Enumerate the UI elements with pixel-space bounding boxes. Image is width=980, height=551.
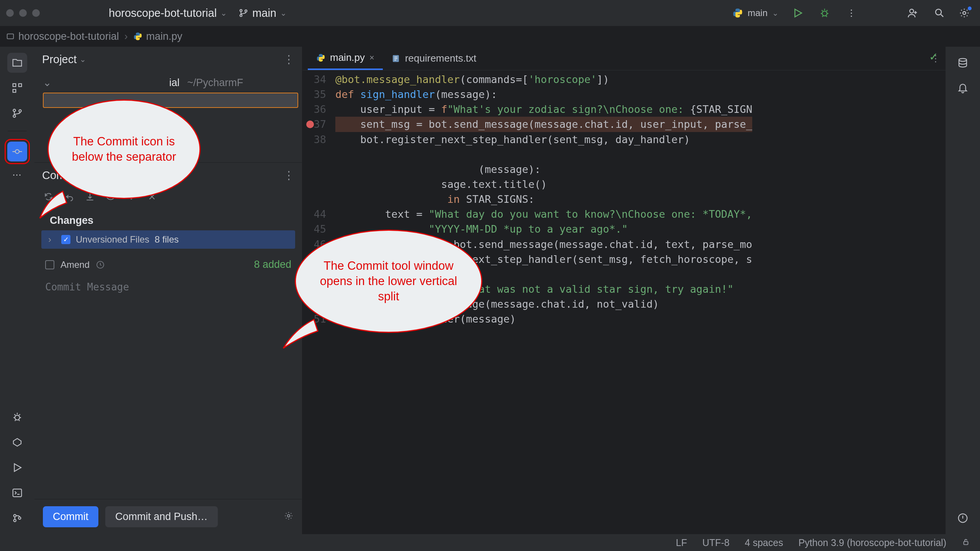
encoding-selector[interactable]: UTF-8 <box>702 537 730 548</box>
commit-button[interactable]: Commit <box>43 506 98 527</box>
line-number[interactable]: 37 <box>302 117 335 132</box>
vcs-tool-button[interactable] <box>7 103 27 123</box>
history-icon[interactable] <box>96 260 105 269</box>
line-number[interactable]: 38 <box>302 132 335 147</box>
interpreter-selector[interactable]: Python 3.9 (horoscope-bot-tutorial) <box>799 537 946 548</box>
python-icon <box>732 8 743 18</box>
svg-point-2 <box>245 10 247 12</box>
close-window[interactable] <box>6 9 14 17</box>
breadcrumb-file[interactable]: main.py <box>133 31 183 42</box>
chevron-down-icon: ⌄ <box>220 8 227 18</box>
lock-icon[interactable] <box>962 537 970 548</box>
line-number[interactable] <box>302 162 335 177</box>
line-ending-selector[interactable]: LF <box>676 537 687 548</box>
amend-checkbox[interactable] <box>45 260 54 269</box>
breadcrumb-root-label: horoscope-bot-tutorial <box>18 31 119 42</box>
update-indicator <box>968 7 972 10</box>
line-number[interactable]: 34 <box>302 72 335 87</box>
tab-main-py[interactable]: main.py × <box>308 47 383 70</box>
svg-point-1 <box>240 15 242 16</box>
code-line[interactable]: 38 bot.register_next_step_handler(sent_m… <box>302 132 946 147</box>
chevron-down-icon: ⌄ <box>43 77 51 89</box>
code-line[interactable]: 36 user_input = f"What's your zodiac sig… <box>302 102 946 117</box>
tab-requirements[interactable]: requirements.txt <box>383 47 485 70</box>
svg-point-0 <box>240 10 242 11</box>
commit-and-push-button[interactable]: Commit and Push… <box>105 506 218 527</box>
project-tool-button[interactable] <box>7 53 27 73</box>
minimize-window[interactable] <box>19 9 27 17</box>
code-line[interactable]: (message): <box>302 162 946 177</box>
tree-root-path: ~/PycharmF <box>187 77 243 89</box>
line-number[interactable]: 44 <box>302 207 335 222</box>
commit-panel-options[interactable]: ⋮ <box>283 169 294 182</box>
code-text: sage.text.title() <box>335 177 547 192</box>
python-icon <box>133 32 142 41</box>
commit-button-highlight <box>5 139 30 164</box>
chevron-down-icon[interactable]: ⌄ <box>80 55 86 64</box>
debug-button[interactable] <box>817 5 832 21</box>
line-number[interactable]: 35 <box>302 87 335 102</box>
run-tool-button[interactable] <box>7 458 27 478</box>
close-tab-button[interactable]: × <box>369 53 374 63</box>
svg-point-26 <box>287 514 290 517</box>
breadcrumb-root[interactable]: horoscope-bot-tutorial <box>6 31 119 42</box>
checkbox-checked[interactable]: ✓ <box>61 235 70 244</box>
notifications-tool-button[interactable] <box>953 78 973 98</box>
code-line[interactable]: sage.text.title() <box>302 177 946 192</box>
line-number[interactable]: 36 <box>302 102 335 117</box>
line-number[interactable] <box>302 177 335 192</box>
svg-point-19 <box>18 517 21 519</box>
code-line[interactable]: 35def sign_handler(message): <box>302 87 946 102</box>
unversioned-files-row[interactable]: › ✓ Unversioned Files 8 files <box>41 230 295 249</box>
commit-settings-button[interactable] <box>284 511 294 523</box>
services-tool-button[interactable] <box>7 432 27 452</box>
svg-point-17 <box>14 515 16 517</box>
run-config-selector[interactable]: main ⌄ <box>732 8 779 18</box>
svg-point-4 <box>910 9 914 13</box>
git-tool-button[interactable] <box>7 508 27 528</box>
svg-rect-10 <box>13 90 16 93</box>
problems-tool-button[interactable] <box>953 508 973 528</box>
terminal-tool-button[interactable] <box>7 483 27 503</box>
svg-point-14 <box>15 150 19 153</box>
commit-panel: Commit ⋮ Changes › ✓ Unversioned Files 8… <box>34 162 302 534</box>
project-panel-options[interactable]: ⋮ <box>283 53 294 66</box>
tab-label: requirements.txt <box>405 52 476 64</box>
requirements-icon <box>391 54 400 63</box>
amend-label: Amend <box>60 259 90 270</box>
svg-rect-16 <box>13 489 22 497</box>
commit-tool-button[interactable] <box>7 142 27 161</box>
indent-selector[interactable]: 4 spaces <box>745 537 783 548</box>
tree-root[interactable]: ⌄ ial ~/PycharmF <box>39 74 302 91</box>
annotation-callout-2: The Commit tool window opens in the lowe… <box>295 230 482 333</box>
svg-point-13 <box>19 110 21 112</box>
svg-point-18 <box>14 519 16 522</box>
maximize-window[interactable] <box>32 9 40 17</box>
more-tools-button[interactable]: ⋯ <box>12 170 22 180</box>
code-text: @bot.message_handler(commands=['horoscop… <box>335 72 609 87</box>
database-tool-button[interactable] <box>953 53 973 73</box>
window-controls <box>6 9 40 17</box>
code-line[interactable]: in STAR_SIGNS: <box>302 192 946 207</box>
code-line[interactable]: 34@bot.message_handler(commands=['horosc… <box>302 72 946 87</box>
more-actions-button[interactable]: ⋮ <box>844 5 859 21</box>
code-line[interactable] <box>302 147 946 162</box>
structure-tool-button[interactable] <box>7 78 27 98</box>
code-line[interactable]: 37 sent_msg = bot.send_message(message.c… <box>302 117 946 132</box>
debug-tool-button[interactable] <box>7 407 27 427</box>
branch-selector[interactable]: main ⌄ <box>238 7 287 20</box>
settings-button[interactable] <box>959 5 974 21</box>
search-button[interactable] <box>932 5 947 21</box>
right-toolbar <box>946 47 980 534</box>
project-selector[interactable]: horoscope-bot-tutorial ⌄ <box>109 7 227 20</box>
breakpoint-icon[interactable] <box>306 121 314 128</box>
commit-message-input[interactable]: Commit Message <box>34 276 302 499</box>
inspection-ok-icon[interactable]: ✓ <box>929 51 938 63</box>
run-button[interactable] <box>790 5 805 21</box>
code-line[interactable]: 44 text = "What day do you want to know?… <box>302 207 946 222</box>
chevron-down-icon: ⌄ <box>280 8 287 18</box>
branch-name: main <box>252 7 276 20</box>
line-number[interactable] <box>302 192 335 207</box>
collaborate-button[interactable] <box>905 5 920 21</box>
line-number[interactable] <box>302 147 335 162</box>
